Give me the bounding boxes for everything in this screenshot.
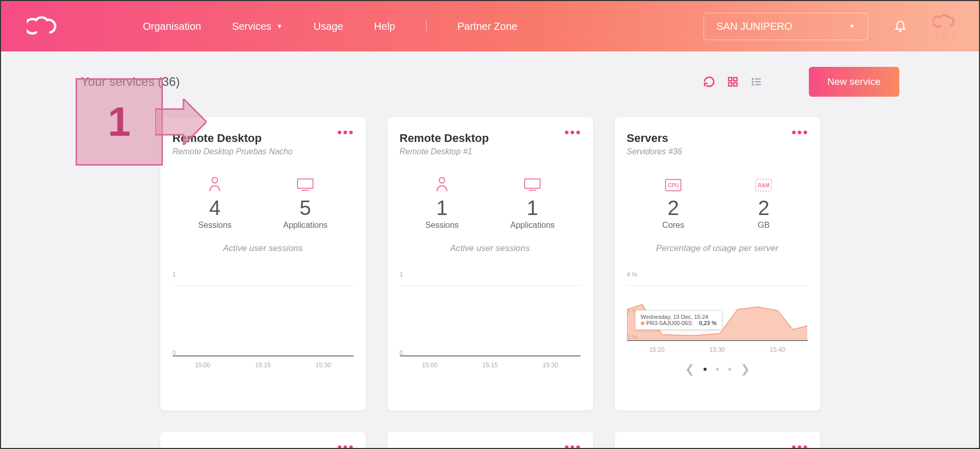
main-nav: Organisation Services▼ Usage Help Partne…	[143, 20, 517, 33]
user-icon	[198, 176, 232, 191]
page-content: Your services (36) New service ••• Remot…	[74, 51, 907, 449]
cpu-icon: CPU	[662, 176, 685, 191]
metric-sessions: 1 Sessions	[426, 176, 459, 230]
metric-ram: RAM 2 GB	[755, 176, 772, 230]
card-menu-icon[interactable]: •••	[791, 130, 808, 135]
card-menu-icon[interactable]: •••	[791, 444, 808, 449]
org-selected-label: SAN JUNIPERO	[716, 21, 792, 32]
chart-area: 1 0 15:00 15:15 15:30	[400, 271, 581, 369]
card-remote-desktop-pruebas[interactable]: ••• Remote Desktop Remote Desktop Prueba…	[160, 117, 366, 410]
refresh-icon[interactable]	[702, 75, 716, 89]
nav-services[interactable]: Services▼	[232, 21, 283, 32]
card-servers-34[interactable]: ••• Servers Servidores #34	[615, 432, 820, 449]
card-menu-icon[interactable]: •••	[564, 130, 581, 135]
pager-dot[interactable]	[704, 368, 707, 371]
svg-rect-12	[298, 179, 313, 188]
app-header: Organisation Services▼ Usage Help Partne…	[1, 1, 979, 51]
status-text: Active user sessions	[400, 243, 581, 254]
nav-organisation[interactable]: Organisation	[143, 21, 201, 32]
svg-point-9	[752, 84, 753, 85]
card-subtitle: Remote Desktop Pruebas Nacho	[173, 147, 354, 156]
card-title: Remote Desktop	[173, 132, 354, 145]
chart-area: 1 0 15:00 15:15 15:30	[173, 271, 354, 369]
pager-dot[interactable]	[716, 368, 719, 371]
card-servers-35[interactable]: ••• Servers Servidores #35	[160, 432, 366, 449]
svg-rect-2	[734, 78, 737, 81]
pager-dot[interactable]	[728, 368, 731, 371]
nav-partner[interactable]: Partner Zone	[457, 21, 517, 32]
card-menu-icon[interactable]: •••	[564, 444, 581, 449]
card-menu-icon[interactable]: •••	[337, 444, 354, 449]
chart-area: 4 % 2 % 0 % Wednesday, 13 Dec, 15:24 PR3…	[627, 271, 808, 376]
caret-down-icon: ▼	[849, 23, 855, 30]
brand-mark: T E L	[933, 14, 958, 39]
svg-point-14	[439, 177, 445, 183]
card-menu-icon[interactable]: •••	[337, 130, 354, 135]
status-text: Percentage of usage per server	[627, 243, 808, 254]
org-selector[interactable]: SAN JUNIPERO ▼	[704, 13, 868, 40]
card-subtitle: Servidores #36	[627, 147, 808, 156]
card-title: Servers	[173, 446, 354, 449]
caret-down-icon: ▼	[276, 23, 283, 30]
user-icon	[426, 176, 459, 191]
monitor-icon	[283, 176, 327, 191]
card-subtitle: Remote Desktop #1	[400, 147, 581, 156]
metric-cores: CPU 2 Cores	[662, 176, 685, 230]
card-remoteapps-2fatest[interactable]: ••• Remote Desktop RemoteApps-2FATest	[387, 432, 593, 449]
svg-rect-3	[729, 83, 732, 86]
cards-grid: ••• Remote Desktop Remote Desktop Prueba…	[74, 117, 907, 449]
chevron-left-icon[interactable]: ❮	[685, 363, 694, 376]
chevron-right-icon[interactable]: ❯	[741, 363, 750, 376]
grid-view-icon[interactable]	[726, 75, 740, 89]
card-title: Servers	[627, 446, 808, 449]
nav-usage[interactable]: Usage	[313, 21, 343, 32]
new-service-button[interactable]: New service	[809, 67, 899, 97]
logo-icon	[27, 16, 61, 37]
nav-divider	[426, 20, 427, 33]
toolbar-actions: New service	[702, 67, 899, 97]
svg-point-11	[212, 177, 218, 183]
area-chart	[627, 279, 808, 339]
card-remote-desktop-1[interactable]: ••• Remote Desktop Remote Desktop #1 1 S…	[387, 117, 593, 410]
page-title: Your services (36)	[81, 75, 180, 89]
chart-pager: ❮ ❯	[627, 363, 808, 376]
card-title: Remote Desktop	[400, 132, 581, 145]
metric-sessions: 4 Sessions	[198, 176, 232, 230]
status-text: Active user sessions	[173, 243, 354, 254]
svg-point-7	[752, 81, 753, 82]
card-servers-36[interactable]: ••• Servers Servidores #36 CPU 2 Cores R…	[615, 117, 820, 410]
svg-rect-1	[729, 78, 732, 81]
list-view-icon[interactable]	[749, 75, 764, 89]
nav-help[interactable]: Help	[374, 21, 395, 32]
header-right: SAN JUNIPERO ▼ T E L	[704, 13, 958, 40]
svg-point-5	[752, 79, 753, 80]
toolbar: Your services (36) New service	[74, 67, 907, 97]
svg-rect-4	[734, 83, 737, 86]
card-title: Servers	[627, 132, 808, 145]
ram-icon: RAM	[755, 176, 772, 191]
svg-rect-15	[525, 179, 540, 188]
metrics-row: 4 Sessions 5 Applications	[173, 176, 354, 230]
chart-tooltip: Wednesday, 13 Dec, 15:24 PR3-SAJU00-06S:…	[635, 310, 723, 330]
monitor-icon	[510, 176, 554, 191]
metric-applications: 5 Applications	[283, 176, 327, 230]
card-title: Remote Desktop	[400, 446, 581, 449]
notifications-icon[interactable]	[894, 18, 907, 34]
metric-applications: 1 Applications	[510, 176, 554, 230]
